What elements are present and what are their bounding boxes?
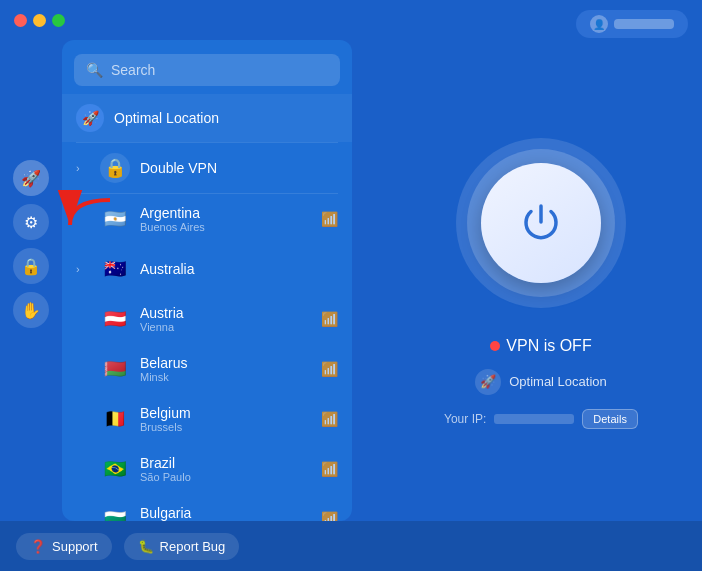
signal-icon-bulgaria: 📶 bbox=[321, 511, 338, 521]
username-label bbox=[614, 19, 674, 29]
sidebar-icon-lock[interactable]: 🔒 bbox=[13, 248, 49, 284]
bug-icon: 🐛 bbox=[138, 539, 154, 554]
argentina-name: Argentina bbox=[140, 205, 311, 221]
power-symbol-icon bbox=[516, 198, 566, 248]
flag-belarus: 🇧🇾 bbox=[100, 354, 130, 384]
flag-argentina: 🇦🇷 bbox=[100, 204, 130, 234]
belarus-sub: Minsk bbox=[140, 371, 311, 383]
optimal-location-name: Optimal Location bbox=[114, 110, 338, 126]
support-label: Support bbox=[52, 539, 98, 554]
right-panel: VPN is OFF 🚀 Optimal Location Your IP: D… bbox=[380, 40, 702, 521]
optimal-location-info: Optimal Location bbox=[114, 110, 338, 126]
austria-info: Austria Vienna bbox=[140, 305, 311, 333]
report-bug-label: Report Bug bbox=[160, 539, 226, 554]
status-dot-off bbox=[490, 341, 500, 351]
left-panel: 🔍 🚀 Optimal Location › 🔒 Double VPN 🇦🇷 bbox=[62, 40, 352, 521]
details-button[interactable]: Details bbox=[582, 409, 638, 429]
list-item-optimal[interactable]: 🚀 Optimal Location bbox=[62, 94, 352, 142]
belgium-info: Belgium Brussels bbox=[140, 405, 311, 433]
ip-row: Your IP: Details bbox=[444, 409, 638, 429]
power-container bbox=[451, 133, 631, 313]
flag-bulgaria: 🇧🇬 bbox=[100, 504, 130, 521]
your-ip-label: Your IP: bbox=[444, 412, 486, 426]
power-button[interactable] bbox=[481, 163, 601, 283]
list-item-australia[interactable]: › 🇦🇺 Australia bbox=[62, 244, 352, 294]
list-item-belgium[interactable]: 🇧🇪 Belgium Brussels 📶 bbox=[62, 394, 352, 444]
sidebar-icon-hand[interactable]: ✋ bbox=[13, 292, 49, 328]
flag-belgium: 🇧🇪 bbox=[100, 404, 130, 434]
signal-icon-belgium: 📶 bbox=[321, 411, 338, 427]
signal-icon-austria: 📶 bbox=[321, 311, 338, 327]
australia-info: Australia bbox=[140, 261, 338, 277]
optimal-location-right-label: Optimal Location bbox=[509, 374, 607, 389]
search-bar[interactable]: 🔍 bbox=[74, 54, 340, 86]
location-list: 🚀 Optimal Location › 🔒 Double VPN 🇦🇷 Arg… bbox=[62, 94, 352, 521]
belarus-name: Belarus bbox=[140, 355, 311, 371]
signal-icon-brazil: 📶 bbox=[321, 461, 338, 477]
traffic-lights bbox=[14, 14, 65, 27]
optimal-info-right: 🚀 Optimal Location bbox=[475, 369, 607, 395]
austria-name: Austria bbox=[140, 305, 311, 321]
sidebar-icon-settings[interactable]: ⚙ bbox=[13, 204, 49, 240]
list-item-bulgaria[interactable]: 🇧🇬 Bulgaria Sofia 📶 bbox=[62, 494, 352, 521]
belarus-info: Belarus Minsk bbox=[140, 355, 311, 383]
user-badge[interactable]: 👤 bbox=[576, 10, 688, 38]
support-icon: ❓ bbox=[30, 539, 46, 554]
list-item-double-vpn[interactable]: › 🔒 Double VPN bbox=[62, 143, 352, 193]
sidebar-icon-locations[interactable]: 🚀 bbox=[13, 160, 49, 196]
flag-brazil: 🇧🇷 bbox=[100, 454, 130, 484]
brazil-sub: São Paulo bbox=[140, 471, 311, 483]
argentina-sub: Buenos Aires bbox=[140, 221, 311, 233]
sidebar: 🚀 ⚙ 🔒 ✋ bbox=[0, 40, 62, 571]
minimize-button[interactable] bbox=[33, 14, 46, 27]
double-vpn-name: Double VPN bbox=[140, 160, 338, 176]
maximize-button[interactable] bbox=[52, 14, 65, 27]
close-button[interactable] bbox=[14, 14, 27, 27]
search-input[interactable] bbox=[111, 62, 328, 78]
list-item-austria[interactable]: 🇦🇹 Austria Vienna 📶 bbox=[62, 294, 352, 344]
austria-sub: Vienna bbox=[140, 321, 311, 333]
vpn-status: VPN is OFF bbox=[490, 337, 591, 355]
report-bug-button[interactable]: 🐛 Report Bug bbox=[124, 533, 240, 560]
brazil-info: Brazil São Paulo bbox=[140, 455, 311, 483]
list-item-argentina[interactable]: 🇦🇷 Argentina Buenos Aires 📶 bbox=[62, 194, 352, 244]
list-item-brazil[interactable]: 🇧🇷 Brazil São Paulo 📶 bbox=[62, 444, 352, 494]
support-button[interactable]: ❓ Support bbox=[16, 533, 112, 560]
flag-austria: 🇦🇹 bbox=[100, 304, 130, 334]
optimal-location-icon: 🚀 bbox=[76, 104, 104, 132]
bottom-bar: ❓ Support 🐛 Report Bug bbox=[0, 521, 702, 571]
flag-australia: 🇦🇺 bbox=[100, 254, 130, 284]
brazil-name: Brazil bbox=[140, 455, 311, 471]
bulgaria-name: Bulgaria bbox=[140, 505, 311, 521]
argentina-info: Argentina Buenos Aires bbox=[140, 205, 311, 233]
chevron-icon-australia: › bbox=[76, 263, 90, 275]
belgium-name: Belgium bbox=[140, 405, 311, 421]
bulgaria-info: Bulgaria Sofia bbox=[140, 505, 311, 521]
vpn-status-label: VPN is OFF bbox=[506, 337, 591, 355]
australia-name: Australia bbox=[140, 261, 338, 277]
double-vpn-info: Double VPN bbox=[140, 160, 338, 176]
flag-double-vpn: 🔒 bbox=[100, 153, 130, 183]
belgium-sub: Brussels bbox=[140, 421, 311, 433]
ip-address-value bbox=[494, 414, 574, 424]
search-icon: 🔍 bbox=[86, 62, 103, 78]
signal-icon-argentina: 📶 bbox=[321, 211, 338, 227]
list-item-belarus[interactable]: 🇧🇾 Belarus Minsk 📶 bbox=[62, 344, 352, 394]
optimal-badge-icon: 🚀 bbox=[475, 369, 501, 395]
chevron-icon-double-vpn: › bbox=[76, 162, 90, 174]
signal-icon-belarus: 📶 bbox=[321, 361, 338, 377]
user-avatar-icon: 👤 bbox=[590, 15, 608, 33]
